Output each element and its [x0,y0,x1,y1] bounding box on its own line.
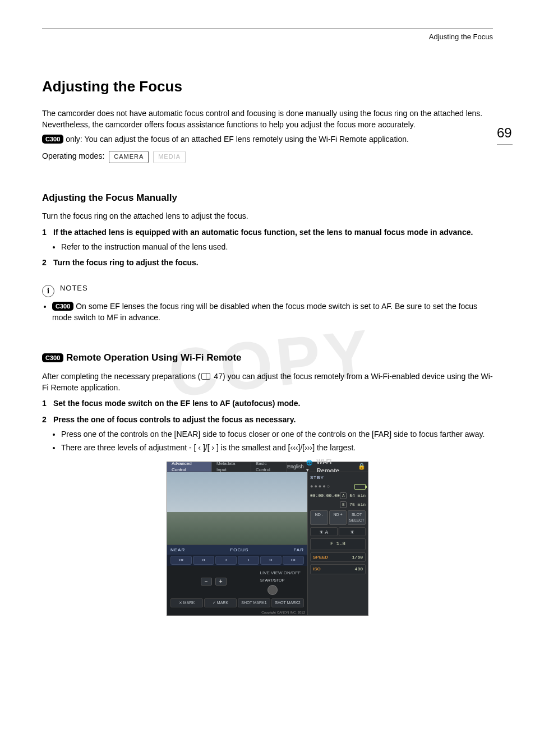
focus-near-2[interactable]: ‹‹ [193,556,214,565]
manual-ref-icon [201,373,210,380]
wifi-tab-metadata[interactable]: Metadata Input [212,462,251,472]
slot-a-time: 54 min [349,493,366,498]
focus-near-3[interactable]: ‹‹‹ [170,556,192,565]
step-text: Turn the focus ring to adjust the focus. [53,257,199,268]
wb-cell-1[interactable]: ☀ A [310,527,338,536]
operating-modes-row: Operating modes: CAMERA MEDIA [42,150,493,163]
focus-label: FOCUS [230,547,248,554]
slot-select-button[interactable]: SLOT SELECT [348,510,366,525]
wifi-tab-advanced[interactable]: Advanced Control [167,462,212,472]
section-remote-lead: After completing the necessary preparati… [42,371,493,394]
slot-a-pill: A [340,492,347,499]
section-heading-manual: Adjusting the Focus Manually [42,191,493,205]
step-sub: There are three levels of adjustment - [… [61,442,493,453]
model-badge: C300 [42,353,63,362]
step-number: 1 [42,398,50,409]
start-stop-label: START/STOP [257,578,288,583]
wifi-copyright: Copyright CANON INC. 2012 [167,610,307,616]
notes-label: NOTES [60,284,88,292]
operating-modes-label: Operating modes: [42,151,104,160]
wb-cell-2[interactable]: ☀ [339,527,366,536]
live-preview [167,472,307,545]
iso-row[interactable]: ISO 400 [310,564,366,574]
step-text: Set the focus mode switch on the EF lens… [53,398,301,409]
intro-paragraph-1: The camcorder does not have automatic fo… [42,108,493,131]
far-label: FAR [293,547,304,554]
wifi-lang[interactable]: English [287,463,304,471]
mode-chip-camera: CAMERA [109,151,149,163]
lock-icon: 🔒 [358,462,366,471]
step-sub: Refer to the instruction manual of the l… [61,241,493,252]
intro-paragraph-2: C300 only: You can adjust the focus of a… [42,133,493,145]
step-text: Press the one of focus controls to adjus… [53,414,296,425]
section-heading-remote: C300 Remote Operation Using Wi-Fi Remote [42,351,493,365]
focus-near-1[interactable]: ‹ [215,556,237,565]
page-number: 69 [497,123,513,145]
shot-mark1-button[interactable]: SHOT MARK1 [238,598,270,607]
wifi-remote-screenshot: Advanced Control Metadata Input Basic Co… [167,462,368,616]
step-number: 2 [42,414,50,425]
near-label: NEAR [170,547,185,554]
timecode: 00:00:00.00 [310,492,340,499]
mark-check-button[interactable]: ✓ MARK [204,598,237,607]
slot-b-time: 75 min [349,502,366,507]
live-view-toggle[interactable]: LIVE VIEW ON/OFF [257,568,304,578]
mode-chip-media: MEDIA [153,151,186,163]
focus-far-2[interactable]: ›› [260,556,282,565]
shot-mark2-button[interactable]: SHOT MARK2 [271,598,304,607]
nd-plus-button[interactable]: ND + [329,510,347,525]
speed-row[interactable]: SPEED 1/60 [310,552,366,563]
model-badge: C300 [52,302,73,311]
stby-label: STBY [310,474,366,481]
step-number: 1 [42,227,50,238]
focus-far-3[interactable]: ››› [283,556,304,565]
step-sub: Press one of the controls on the [NEAR] … [61,428,493,440]
rec-dots: ●●●●○ [310,483,331,490]
battery-icon [354,484,366,490]
section-manual-lead: Turn the focus ring on the attached lens… [42,210,493,222]
slot-b-pill: B [340,501,347,508]
model-badge: C300 [42,135,63,144]
aperture-display[interactable]: F 1.8 [310,538,366,550]
minus-button[interactable]: − [201,578,212,586]
focus-far-1[interactable]: › [238,556,259,565]
page-title: Adjusting the Focus [42,76,493,98]
mark-x-button[interactable]: ✕ MARK [170,598,203,607]
plus-button[interactable]: + [215,578,227,586]
step-text: If the attached lens is equipped with an… [53,227,473,238]
notes-block: i NOTES C300 On some EF lenses the focus… [42,282,493,324]
wifi-tab-basic[interactable]: Basic Control [251,462,287,472]
running-header: Adjusting the Focus [42,32,493,43]
step-number: 2 [42,257,50,268]
info-icon: i [42,285,54,297]
notes-item: C300 On some EF lenses the focus ring wi… [52,301,493,324]
nd-minus-button[interactable]: ND - [310,510,328,525]
start-stop-button[interactable] [268,585,278,595]
